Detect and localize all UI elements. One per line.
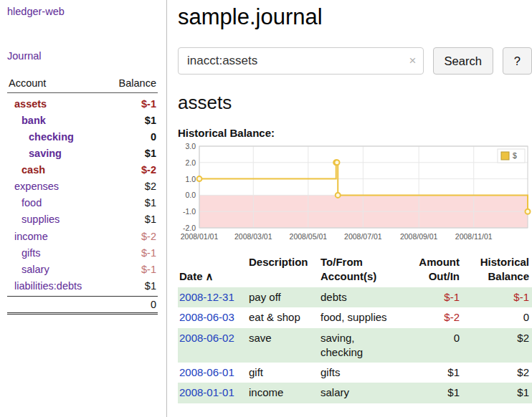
balance-column-header-register: Historical Balance bbox=[462, 255, 532, 283]
register-row: 2008-06-01giftgifts$1$2 bbox=[178, 363, 532, 383]
date-column-header[interactable]: Date∧ bbox=[178, 255, 247, 283]
journal-link[interactable]: Journal bbox=[7, 50, 158, 62]
account-balance: $1 bbox=[145, 213, 156, 226]
sidebar: hledger-web Journal Account Balance asse… bbox=[0, 0, 167, 417]
description-column-header: Description bbox=[247, 255, 319, 283]
transaction-description: gift bbox=[247, 363, 319, 383]
account-link[interactable]: checking bbox=[9, 130, 74, 143]
account-row: bank$1 bbox=[7, 112, 158, 128]
transaction-accounts: saving, checking bbox=[319, 328, 411, 363]
account-row: cash$-2 bbox=[7, 162, 158, 178]
account-balance: $-2 bbox=[141, 230, 156, 243]
register-row: 2008-06-03eat & shopfood, supplies$-20 bbox=[178, 307, 532, 327]
account-link[interactable]: liabilities:debts bbox=[9, 279, 82, 292]
transaction-date-cell: 2008-06-03 bbox=[178, 307, 247, 327]
account-link[interactable]: expenses bbox=[9, 180, 59, 193]
balance-column-header: Balance bbox=[119, 77, 156, 89]
account-column-header: Account bbox=[9, 77, 46, 89]
transaction-amount: $1 bbox=[411, 363, 462, 383]
transaction-date-link[interactable]: 2008-01-01 bbox=[179, 386, 234, 398]
account-row: food$1 bbox=[7, 195, 158, 211]
transaction-accounts: gifts bbox=[319, 363, 411, 383]
svg-text:2008/03/01: 2008/03/01 bbox=[234, 232, 272, 241]
account-link[interactable]: salary bbox=[9, 263, 49, 276]
account-balance: $-1 bbox=[141, 263, 156, 276]
transaction-amount: $-2 bbox=[411, 307, 462, 327]
chart-title: Historical Balance: bbox=[178, 127, 532, 139]
account-heading: assets bbox=[178, 92, 532, 114]
transaction-description: income bbox=[247, 383, 319, 403]
account-row: income$-2 bbox=[7, 228, 158, 244]
page-title: sample.journal bbox=[178, 4, 532, 30]
search-box: × bbox=[178, 47, 424, 75]
search-bar: × Search ? bbox=[178, 47, 532, 75]
account-balance: $-2 bbox=[141, 163, 156, 176]
transaction-description: save bbox=[247, 328, 319, 363]
svg-text:$: $ bbox=[513, 151, 517, 160]
transaction-date-cell: 2008-01-01 bbox=[178, 383, 247, 403]
transaction-accounts: salary bbox=[319, 383, 411, 403]
svg-text:2008/05/01: 2008/05/01 bbox=[290, 232, 328, 241]
account-balance: $-1 bbox=[141, 246, 156, 259]
help-button[interactable]: ? bbox=[503, 47, 532, 75]
register-row: 2008-12-31pay offdebts$-1$-1 bbox=[178, 287, 532, 307]
account-row: saving$1 bbox=[7, 145, 158, 161]
transaction-date-cell: 2008-12-31 bbox=[178, 287, 247, 307]
register-rows: 2008-12-31pay offdebts$-1$-12008-06-03ea… bbox=[178, 287, 532, 403]
transaction-date-link[interactable]: 2008-06-01 bbox=[179, 366, 234, 378]
account-link[interactable]: gifts bbox=[9, 246, 41, 259]
svg-text:1.0: 1.0 bbox=[185, 175, 196, 183]
register-row: 2008-06-02savesaving, checking0$2 bbox=[178, 328, 532, 363]
main-content: sample.journal × Search ? assets Histori… bbox=[167, 0, 532, 403]
account-balance: $-1 bbox=[141, 97, 156, 110]
account-link[interactable]: cash bbox=[9, 163, 45, 176]
register-header: Date∧ Description To/From Account(s) Amo… bbox=[178, 254, 532, 287]
total-balance: 0 bbox=[151, 299, 156, 310]
accounts-table-header: Account Balance bbox=[7, 77, 158, 93]
transaction-date-cell: 2008-06-01 bbox=[178, 363, 247, 383]
transaction-date-link[interactable]: 2008-12-31 bbox=[179, 291, 234, 303]
account-row: checking0 bbox=[7, 128, 158, 145]
account-balance: $1 bbox=[145, 196, 156, 209]
transaction-accounts: food, supplies bbox=[319, 307, 411, 327]
account-link[interactable]: income bbox=[9, 230, 48, 243]
accounts-table: Account Balance assets$-1bank$1checking0… bbox=[7, 77, 158, 315]
account-row: gifts$-1 bbox=[7, 244, 158, 261]
account-row: supplies$1 bbox=[7, 211, 158, 228]
transaction-balance: $2 bbox=[462, 328, 532, 363]
account-link[interactable]: assets bbox=[9, 97, 47, 110]
transaction-amount: 0 bbox=[411, 328, 462, 363]
svg-text:2008/09/01: 2008/09/01 bbox=[400, 232, 438, 241]
account-link[interactable]: supplies bbox=[9, 213, 60, 226]
transaction-date-link[interactable]: 2008-06-03 bbox=[179, 311, 234, 323]
transaction-balance: $-1 bbox=[462, 287, 532, 307]
sort-asc-icon: ∧ bbox=[206, 270, 214, 282]
account-row: liabilities:debts$1 bbox=[7, 277, 158, 294]
search-button[interactable]: Search bbox=[433, 47, 493, 75]
account-link[interactable]: food bbox=[9, 196, 42, 209]
app-brand-link[interactable]: hledger-web bbox=[7, 6, 158, 17]
register-row: 2008-01-01incomesalary$1$1 bbox=[178, 383, 532, 403]
transaction-amount: $1 bbox=[411, 383, 462, 403]
account-balance: $1 bbox=[145, 114, 156, 127]
clear-search-icon[interactable]: × bbox=[409, 54, 417, 68]
account-row: assets$-1 bbox=[7, 95, 158, 112]
transaction-balance: 0 bbox=[462, 307, 532, 327]
account-link[interactable]: saving bbox=[9, 147, 62, 160]
svg-text:2008/01/01: 2008/01/01 bbox=[181, 232, 219, 241]
historical-balance-chart: 3.02.01.00.0-1.0-2.02008/01/012008/03/01… bbox=[178, 143, 532, 245]
account-balance: $1 bbox=[145, 147, 156, 160]
account-balance: 0 bbox=[151, 130, 156, 143]
transaction-balance: $2 bbox=[462, 363, 532, 383]
amount-column-header: Amount Out/In bbox=[411, 255, 462, 283]
search-input[interactable] bbox=[178, 47, 424, 75]
account-link[interactable]: bank bbox=[9, 114, 46, 127]
account-row: expenses$2 bbox=[7, 178, 158, 195]
svg-text:3.0: 3.0 bbox=[185, 143, 196, 150]
svg-text:0.0: 0.0 bbox=[185, 191, 196, 199]
account-row: salary$-1 bbox=[7, 261, 158, 277]
transaction-amount: $-1 bbox=[411, 287, 462, 307]
transaction-date-link[interactable]: 2008-06-02 bbox=[179, 332, 234, 344]
transaction-date-cell: 2008-06-02 bbox=[178, 328, 247, 363]
svg-text:2.0: 2.0 bbox=[185, 158, 196, 167]
